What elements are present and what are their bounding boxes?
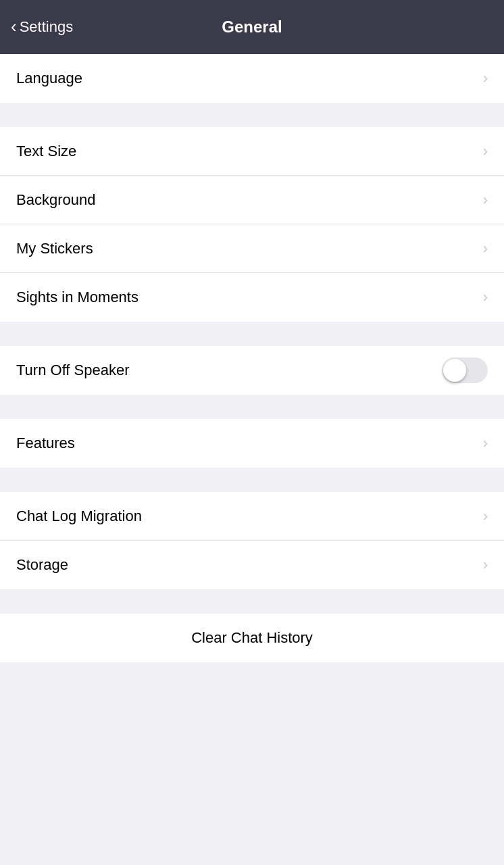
settings-group-2: Text Size › Background › My Stickers › S…	[0, 127, 504, 322]
storage-label: Storage	[16, 556, 68, 574]
back-button[interactable]: ‹ Settings	[11, 18, 73, 37]
storage-row[interactable]: Storage ›	[0, 541, 504, 589]
divider-4	[0, 468, 504, 492]
settings-group-3: Turn Off Speaker	[0, 346, 504, 395]
text-size-label: Text Size	[16, 143, 76, 160]
text-size-row[interactable]: Text Size ›	[0, 127, 504, 176]
background-label: Background	[16, 191, 95, 209]
chat-log-migration-right: ›	[483, 508, 488, 525]
language-right: ›	[483, 70, 488, 87]
page-title: General	[222, 18, 282, 36]
features-row[interactable]: Features ›	[0, 419, 504, 468]
my-stickers-row[interactable]: My Stickers ›	[0, 224, 504, 273]
text-size-right: ›	[483, 143, 488, 160]
sights-in-moments-chevron-icon: ›	[483, 289, 488, 306]
storage-chevron-icon: ›	[483, 556, 488, 574]
back-chevron-icon: ‹	[11, 16, 17, 37]
header: ‹ Settings General	[0, 0, 504, 54]
turn-off-speaker-toggle[interactable]	[442, 357, 488, 383]
sights-in-moments-label: Sights in Moments	[16, 289, 138, 306]
clear-chat-history-label: Clear Chat History	[191, 629, 313, 647]
back-label: Settings	[20, 18, 74, 36]
my-stickers-right: ›	[483, 240, 488, 257]
background-chevron-icon: ›	[483, 191, 488, 209]
settings-group-4: Features ›	[0, 419, 504, 468]
my-stickers-label: My Stickers	[16, 240, 93, 257]
text-size-chevron-icon: ›	[483, 143, 488, 160]
divider-2	[0, 322, 504, 346]
clear-history-section: Clear Chat History	[0, 614, 504, 662]
turn-off-speaker-toggle-container	[442, 357, 488, 383]
turn-off-speaker-row[interactable]: Turn Off Speaker	[0, 346, 504, 395]
storage-right: ›	[483, 556, 488, 574]
divider-3	[0, 395, 504, 419]
language-label: Language	[16, 70, 82, 87]
sights-in-moments-right: ›	[483, 289, 488, 306]
divider-1	[0, 103, 504, 127]
settings-group-1: Language ›	[0, 54, 504, 103]
chat-log-migration-row[interactable]: Chat Log Migration ›	[0, 492, 504, 541]
chat-log-migration-chevron-icon: ›	[483, 508, 488, 525]
divider-5	[0, 589, 504, 614]
sights-in-moments-row[interactable]: Sights in Moments ›	[0, 273, 504, 322]
chat-log-migration-label: Chat Log Migration	[16, 508, 142, 525]
turn-off-speaker-label: Turn Off Speaker	[16, 362, 130, 379]
divider-6	[0, 662, 504, 687]
my-stickers-chevron-icon: ›	[483, 240, 488, 257]
language-row[interactable]: Language ›	[0, 54, 504, 103]
clear-chat-history-row[interactable]: Clear Chat History	[0, 614, 504, 662]
background-right: ›	[483, 191, 488, 209]
toggle-knob	[443, 359, 466, 382]
language-chevron-icon: ›	[483, 70, 488, 87]
settings-group-5: Chat Log Migration › Storage ›	[0, 492, 504, 589]
features-label: Features	[16, 435, 75, 452]
features-chevron-icon: ›	[483, 435, 488, 452]
background-row[interactable]: Background ›	[0, 176, 504, 224]
features-right: ›	[483, 435, 488, 452]
